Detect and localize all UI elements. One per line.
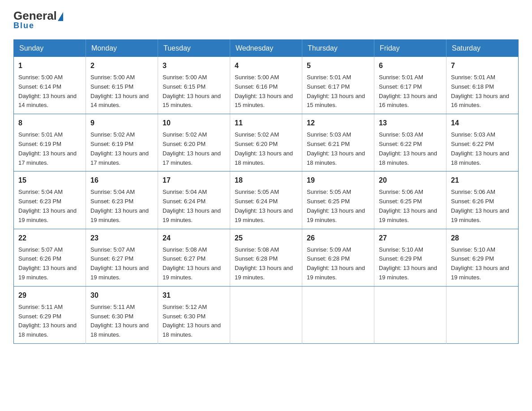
header-thursday: Thursday (302, 40, 374, 57)
day-number: 10 (163, 118, 225, 128)
header-saturday: Saturday (446, 40, 519, 57)
day-info: Sunrise: 5:09 AMSunset: 6:28 PMDaylight:… (307, 246, 365, 281)
day-number: 23 (90, 233, 153, 244)
day-info: Sunrise: 5:06 AMSunset: 6:26 PMDaylight:… (451, 188, 509, 223)
day-number: 31 (163, 290, 225, 301)
calendar-day-cell: 11 Sunrise: 5:02 AMSunset: 6:20 PMDaylig… (230, 114, 302, 171)
calendar-week-row: 22 Sunrise: 5:07 AMSunset: 6:26 PMDaylig… (14, 229, 519, 286)
calendar-week-row: 1 Sunrise: 5:00 AMSunset: 6:14 PMDayligh… (14, 57, 519, 114)
day-info: Sunrise: 5:02 AMSunset: 6:19 PMDaylight:… (90, 131, 149, 166)
calendar-day-cell: 20 Sunrise: 5:06 AMSunset: 6:25 PMDaylig… (374, 171, 446, 229)
day-number: 2 (90, 60, 153, 71)
day-number: 30 (90, 290, 153, 301)
calendar-day-cell (374, 286, 446, 343)
header-tuesday: Tuesday (158, 40, 230, 57)
day-info: Sunrise: 5:01 AMSunset: 6:19 PMDaylight:… (18, 131, 77, 166)
day-number: 6 (379, 60, 442, 71)
day-info: Sunrise: 5:03 AMSunset: 6:22 PMDaylight:… (379, 131, 437, 166)
day-info: Sunrise: 5:06 AMSunset: 6:25 PMDaylight:… (379, 188, 437, 223)
calendar-day-cell: 22 Sunrise: 5:07 AMSunset: 6:26 PMDaylig… (14, 229, 86, 286)
day-info: Sunrise: 5:02 AMSunset: 6:20 PMDaylight:… (235, 131, 293, 166)
page-header: General Blue (13, 9, 519, 30)
calendar-day-cell: 30 Sunrise: 5:11 AMSunset: 6:30 PMDaylig… (86, 286, 158, 343)
day-number: 1 (18, 60, 81, 71)
calendar-day-cell: 15 Sunrise: 5:04 AMSunset: 6:23 PMDaylig… (14, 171, 86, 229)
day-number: 18 (235, 175, 297, 186)
calendar-day-cell: 24 Sunrise: 5:08 AMSunset: 6:27 PMDaylig… (158, 229, 230, 286)
calendar-day-cell: 3 Sunrise: 5:00 AMSunset: 6:15 PMDayligh… (158, 57, 230, 114)
calendar-day-cell: 13 Sunrise: 5:03 AMSunset: 6:22 PMDaylig… (374, 114, 446, 171)
weekday-header-row: Sunday Monday Tuesday Wednesday Thursday… (14, 40, 519, 57)
header-sunday: Sunday (14, 40, 86, 57)
day-number: 5 (307, 60, 369, 71)
calendar-day-cell: 9 Sunrise: 5:02 AMSunset: 6:19 PMDayligh… (86, 114, 158, 171)
calendar-day-cell: 10 Sunrise: 5:02 AMSunset: 6:20 PMDaylig… (158, 114, 230, 171)
calendar-day-cell: 14 Sunrise: 5:03 AMSunset: 6:22 PMDaylig… (446, 114, 519, 171)
day-number: 4 (235, 60, 297, 71)
calendar-day-cell: 16 Sunrise: 5:04 AMSunset: 6:23 PMDaylig… (86, 171, 158, 229)
calendar-day-cell: 18 Sunrise: 5:05 AMSunset: 6:24 PMDaylig… (230, 171, 302, 229)
calendar-day-cell: 21 Sunrise: 5:06 AMSunset: 6:26 PMDaylig… (446, 171, 519, 229)
day-number: 29 (18, 290, 81, 301)
day-number: 24 (163, 233, 225, 244)
calendar-week-row: 15 Sunrise: 5:04 AMSunset: 6:23 PMDaylig… (14, 171, 519, 229)
day-number: 8 (18, 118, 81, 128)
day-info: Sunrise: 5:04 AMSunset: 6:24 PMDaylight:… (163, 188, 221, 223)
calendar-day-cell: 4 Sunrise: 5:00 AMSunset: 6:16 PMDayligh… (230, 57, 302, 114)
calendar-day-cell: 1 Sunrise: 5:00 AMSunset: 6:14 PMDayligh… (14, 57, 86, 114)
calendar-day-cell (302, 286, 374, 343)
day-info: Sunrise: 5:00 AMSunset: 6:15 PMDaylight:… (163, 74, 221, 108)
day-info: Sunrise: 5:05 AMSunset: 6:25 PMDaylight:… (307, 188, 365, 223)
calendar-day-cell: 7 Sunrise: 5:01 AMSunset: 6:18 PMDayligh… (446, 57, 519, 114)
calendar-day-cell: 12 Sunrise: 5:03 AMSunset: 6:21 PMDaylig… (302, 114, 374, 171)
calendar-day-cell: 5 Sunrise: 5:01 AMSunset: 6:17 PMDayligh… (302, 57, 374, 114)
day-info: Sunrise: 5:00 AMSunset: 6:16 PMDaylight:… (235, 74, 293, 108)
day-info: Sunrise: 5:12 AMSunset: 6:30 PMDaylight:… (163, 304, 221, 338)
calendar-day-cell: 26 Sunrise: 5:09 AMSunset: 6:28 PMDaylig… (302, 229, 374, 286)
calendar-day-cell: 27 Sunrise: 5:10 AMSunset: 6:29 PMDaylig… (374, 229, 446, 286)
header-friday: Friday (374, 40, 446, 57)
day-info: Sunrise: 5:02 AMSunset: 6:20 PMDaylight:… (163, 131, 221, 166)
day-info: Sunrise: 5:01 AMSunset: 6:17 PMDaylight:… (379, 74, 437, 108)
calendar-day-cell (230, 286, 302, 343)
day-number: 20 (379, 175, 442, 186)
day-info: Sunrise: 5:11 AMSunset: 6:30 PMDaylight:… (90, 304, 149, 338)
calendar-table: Sunday Monday Tuesday Wednesday Thursday… (13, 39, 519, 344)
day-number: 21 (451, 175, 514, 186)
calendar-day-cell: 8 Sunrise: 5:01 AMSunset: 6:19 PMDayligh… (14, 114, 86, 171)
day-number: 19 (307, 175, 369, 186)
day-number: 13 (379, 118, 442, 128)
day-info: Sunrise: 5:04 AMSunset: 6:23 PMDaylight:… (18, 188, 77, 223)
day-info: Sunrise: 5:07 AMSunset: 6:26 PMDaylight:… (18, 246, 77, 281)
day-info: Sunrise: 5:03 AMSunset: 6:22 PMDaylight:… (451, 131, 509, 166)
day-number: 25 (235, 233, 297, 244)
calendar-day-cell: 19 Sunrise: 5:05 AMSunset: 6:25 PMDaylig… (302, 171, 374, 229)
calendar-day-cell: 2 Sunrise: 5:00 AMSunset: 6:15 PMDayligh… (86, 57, 158, 114)
day-info: Sunrise: 5:03 AMSunset: 6:21 PMDaylight:… (307, 131, 365, 166)
day-number: 28 (451, 233, 514, 244)
logo: General Blue (13, 9, 63, 30)
calendar-day-cell: 25 Sunrise: 5:08 AMSunset: 6:28 PMDaylig… (230, 229, 302, 286)
day-number: 17 (163, 175, 225, 186)
day-number: 14 (451, 118, 514, 128)
logo-triangle-icon (58, 12, 63, 21)
day-info: Sunrise: 5:08 AMSunset: 6:28 PMDaylight:… (235, 246, 293, 281)
day-info: Sunrise: 5:07 AMSunset: 6:27 PMDaylight:… (90, 246, 149, 281)
day-info: Sunrise: 5:05 AMSunset: 6:24 PMDaylight:… (235, 188, 293, 223)
calendar-day-cell: 6 Sunrise: 5:01 AMSunset: 6:17 PMDayligh… (374, 57, 446, 114)
header-monday: Monday (86, 40, 158, 57)
calendar-day-cell: 23 Sunrise: 5:07 AMSunset: 6:27 PMDaylig… (86, 229, 158, 286)
calendar-day-cell: 28 Sunrise: 5:10 AMSunset: 6:29 PMDaylig… (446, 229, 519, 286)
day-info: Sunrise: 5:01 AMSunset: 6:17 PMDaylight:… (307, 74, 365, 108)
calendar-day-cell: 17 Sunrise: 5:04 AMSunset: 6:24 PMDaylig… (158, 171, 230, 229)
day-number: 7 (451, 60, 514, 71)
calendar-week-row: 29 Sunrise: 5:11 AMSunset: 6:29 PMDaylig… (14, 286, 519, 343)
calendar-day-cell: 29 Sunrise: 5:11 AMSunset: 6:29 PMDaylig… (14, 286, 86, 343)
day-info: Sunrise: 5:10 AMSunset: 6:29 PMDaylight:… (451, 246, 509, 281)
day-number: 3 (163, 60, 225, 71)
logo-blue-text: Blue (13, 21, 34, 30)
day-number: 26 (307, 233, 369, 244)
day-info: Sunrise: 5:00 AMSunset: 6:15 PMDaylight:… (90, 74, 149, 108)
calendar-week-row: 8 Sunrise: 5:01 AMSunset: 6:19 PMDayligh… (14, 114, 519, 171)
calendar-day-cell (446, 286, 519, 343)
